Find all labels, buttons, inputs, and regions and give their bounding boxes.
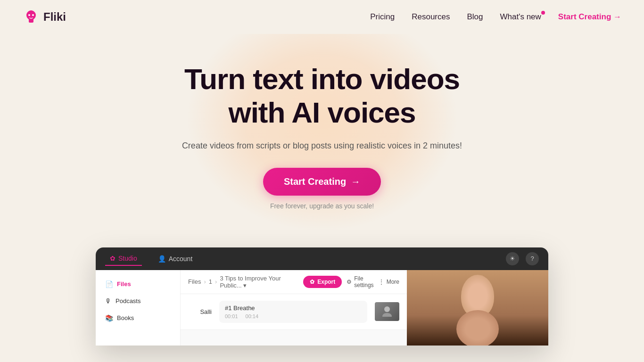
sidebar-item-books[interactable]: 📚 Books	[96, 310, 180, 327]
app-main-panel: Files › 1 › 3 Tips to Improve Your Publi…	[181, 270, 407, 346]
script-text: #1 Breathe	[225, 304, 362, 312]
hero-content: Turn text into videos with AI voices Cre…	[9, 62, 635, 210]
nav-start-creating[interactable]: Start Creating →	[558, 12, 621, 22]
portrait-face	[407, 270, 548, 346]
script-row: Salli #1 Breathe 00:01 00:14	[181, 294, 407, 330]
timecode-start: 00:01	[225, 313, 238, 319]
nav-links: Pricing Resources Blog What's new Start …	[370, 12, 621, 22]
thumbnail-figure-icon	[380, 304, 394, 319]
logo[interactable]: Fliki	[23, 8, 66, 25]
breadcrumb-files[interactable]: Files	[188, 278, 201, 285]
portrait-area	[407, 270, 548, 346]
hero-title-line2: with AI voices	[228, 96, 415, 129]
breadcrumb-sep-2: ›	[215, 278, 217, 285]
nav-whats-new[interactable]: What's new	[500, 12, 541, 22]
export-icon: ✿	[310, 279, 314, 285]
export-label: Export	[317, 279, 335, 285]
app-right-panel	[407, 270, 548, 346]
account-tab-label: Account	[169, 255, 193, 263]
hero-section: Turn text into videos with AI voices Cre…	[0, 34, 644, 247]
breadcrumb-actions: ✿ Export ⚙ File settings ⋮ More	[303, 275, 399, 288]
breadcrumb-sep-1: ›	[204, 278, 206, 285]
account-tab-icon: 👤	[158, 255, 166, 263]
studio-tab-label: Studio	[118, 255, 137, 262]
hero-subtitle: Create videos from scripts or blog posts…	[9, 141, 635, 151]
sidebar-files-label: Files	[117, 280, 131, 288]
hero-cta-arrow: →	[351, 176, 360, 187]
hero-title-line1: Turn text into videos	[184, 63, 460, 95]
sidebar-item-files[interactable]: 📄 Files	[96, 276, 180, 293]
app-sidebar: 📄 Files 🎙 Podcasts 📚 Books	[96, 270, 181, 346]
nav-resources[interactable]: Resources	[412, 12, 450, 22]
more-button[interactable]: ⋮ More	[379, 279, 399, 285]
app-preview-wrapper: ✿ Studio 👤 Account ☀ ? 📄 Files	[0, 247, 644, 346]
help-button[interactable]: ?	[526, 252, 539, 265]
sidebar-podcasts-label: Podcasts	[116, 297, 140, 304]
brand-name: Fliki	[43, 10, 66, 24]
file-settings-button[interactable]: ⚙ File settings	[347, 275, 373, 288]
files-icon: 📄	[105, 280, 113, 288]
topbar-right-icons: ☀ ?	[506, 252, 539, 265]
export-button[interactable]: ✿ Export	[303, 276, 342, 288]
file-settings-label: File settings	[354, 275, 373, 288]
script-thumbnail	[375, 302, 399, 321]
svg-point-1	[32, 14, 34, 16]
script-text-area[interactable]: #1 Breathe 00:01 00:14	[219, 301, 367, 323]
fliki-logo-icon	[23, 8, 40, 25]
more-icon: ⋮	[379, 279, 384, 285]
timecode-end: 00:14	[246, 313, 259, 319]
tab-studio[interactable]: ✿ Studio	[105, 252, 142, 266]
breadcrumb-1[interactable]: 1	[209, 278, 212, 285]
app-body: 📄 Files 🎙 Podcasts 📚 Books Files ›	[96, 270, 548, 346]
hero-free-text: Free forever, upgrade as you scale!	[9, 202, 635, 210]
hero-cta-label: Start Creating	[284, 176, 346, 187]
file-settings-icon: ⚙	[347, 279, 352, 285]
script-timecodes: 00:01 00:14	[225, 313, 362, 319]
theme-toggle-button[interactable]: ☀	[506, 252, 519, 265]
svg-point-2	[384, 306, 390, 312]
books-icon: 📚	[105, 314, 113, 322]
hero-cta-button[interactable]: Start Creating →	[263, 168, 381, 196]
sidebar-item-podcasts[interactable]: 🎙 Podcasts	[96, 293, 180, 310]
svg-point-0	[28, 14, 30, 16]
hero-title: Turn text into videos with AI voices	[9, 62, 635, 130]
podcasts-icon: 🎙	[105, 297, 112, 305]
breadcrumb-bar: Files › 1 › 3 Tips to Improve Your Publi…	[181, 270, 407, 294]
tab-account[interactable]: 👤 Account	[153, 252, 198, 265]
nav-pricing[interactable]: Pricing	[370, 12, 395, 22]
sidebar-books-label: Books	[117, 314, 134, 321]
thumbnail-image	[375, 302, 399, 321]
app-preview: ✿ Studio 👤 Account ☀ ? 📄 Files	[96, 247, 548, 346]
breadcrumb-file-name[interactable]: 3 Tips to Improve Your Public... ▾	[220, 275, 300, 289]
more-label: More	[387, 279, 399, 285]
speaker-name: Salli	[188, 308, 212, 315]
nav-blog[interactable]: Blog	[467, 12, 483, 22]
app-topbar: ✿ Studio 👤 Account ☀ ?	[96, 247, 548, 270]
studio-tab-icon: ✿	[110, 255, 116, 262]
navbar: Fliki Pricing Resources Blog What's new …	[0, 0, 644, 34]
